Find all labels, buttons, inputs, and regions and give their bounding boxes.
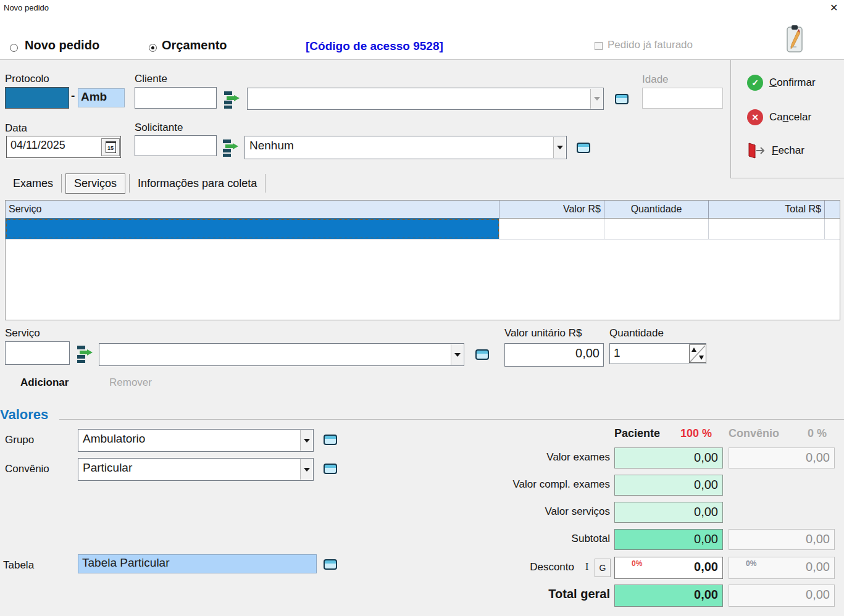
valor-exames-label: Valor exames	[546, 451, 610, 464]
window-title: Novo pedido	[4, 3, 49, 12]
convenio-dropdown-icon[interactable]	[300, 459, 312, 480]
subtotal-label: Subtotal	[572, 533, 610, 545]
cliente-code-field[interactable]	[135, 87, 217, 109]
col-valor[interactable]: Valor R$	[499, 201, 604, 218]
cell-valor[interactable]	[499, 219, 604, 239]
solicitante-dropdown-icon[interactable]	[553, 137, 566, 158]
desconto-paciente-pct: 0%	[632, 559, 642, 568]
access-code-text: [Código de acesso 9528]	[306, 40, 443, 53]
servicos-table[interactable]: Serviço Valor R$ Quantidade Total R$	[5, 200, 840, 320]
servico-combo[interactable]	[99, 343, 464, 366]
cell-quantidade[interactable]	[604, 219, 709, 239]
convenio-open-window-button[interactable]	[324, 464, 337, 474]
convenio-combo-value: Particular	[83, 461, 132, 474]
idade-field	[642, 88, 723, 109]
total-geral-paciente: 0,00	[614, 585, 723, 607]
solicitante-label: Solicitante	[135, 122, 183, 134]
novo-pedido-window: Novo pedido ✕ Novo pedido Orçamento [Cód…	[0, 0, 844, 616]
desconto-convenio: 0,00	[729, 557, 835, 579]
table-row[interactable]	[6, 219, 840, 239]
servico-picker-icon[interactable]	[77, 344, 93, 363]
protocolo-separator: -	[71, 89, 75, 102]
tab-informacoes-coleta[interactable]: Informações para coleta	[130, 177, 265, 190]
grupo-combo-value: Ambulatorio	[83, 432, 145, 445]
clipboard-pencil-icon[interactable]	[785, 25, 805, 53]
cancelar-label: Cancelar	[769, 111, 811, 123]
total-geral-convenio: 0,00	[729, 585, 835, 607]
x-circle-icon: ✕	[747, 109, 763, 125]
valor-unitario-field[interactable]: 0,00	[504, 343, 604, 367]
spinner-arrows-icon	[690, 345, 706, 362]
fechar-button[interactable]: Fechar	[747, 141, 840, 160]
grupo-open-window-button[interactable]	[324, 435, 337, 445]
tabela-open-window-button[interactable]	[324, 559, 337, 570]
quantidade-label: Quantidade	[609, 327, 664, 339]
cliente-label: Cliente	[135, 73, 167, 85]
confirmar-label: Confirmar	[769, 77, 816, 89]
tab-bar: Exames Serviços Informações para coleta	[5, 173, 265, 194]
protocolo-suffix-field[interactable]: Amb	[78, 88, 125, 107]
tab-exames[interactable]: Exames	[5, 177, 61, 190]
radio-novo-pedido[interactable]	[10, 44, 18, 52]
protocolo-field[interactable]	[5, 87, 69, 109]
valor-servicos-paciente: 0,00	[614, 502, 723, 523]
convenio-label: Convênio	[5, 463, 49, 475]
cancelar-button[interactable]: ✕ Cancelar	[747, 108, 840, 127]
solicitante-picker-icon[interactable]	[222, 138, 239, 157]
convenio-col-header: Convênio	[729, 427, 779, 440]
servico-dropdown-icon[interactable]	[451, 344, 463, 365]
cliente-picker-icon[interactable]	[224, 90, 240, 109]
convenio-pct: 0 %	[808, 427, 827, 440]
valor-exames-paciente: 0,00	[614, 447, 723, 468]
desconto-i-button[interactable]: I	[585, 561, 588, 572]
grupo-combo[interactable]: Ambulatorio	[78, 429, 314, 452]
tab-separator	[265, 174, 265, 193]
table-header: Serviço Valor R$ Quantidade Total R$	[6, 201, 840, 219]
col-servico[interactable]: Serviço	[6, 201, 499, 218]
tabela-field[interactable]: Tabela Particular	[78, 554, 317, 573]
subtotal-paciente: 0,00	[614, 529, 723, 550]
valor-compl-exames-label: Valor compl. exames	[513, 478, 610, 491]
confirmar-button[interactable]: ✓ Confirmar	[747, 73, 840, 92]
solicitante-open-window-button[interactable]	[577, 143, 590, 153]
servico-open-window-button[interactable]	[475, 349, 489, 360]
convenio-combo[interactable]: Particular	[78, 458, 314, 481]
calendar-button[interactable]: 15	[101, 138, 120, 156]
quantidade-spinner[interactable]	[689, 344, 706, 363]
paciente-pct: 100 %	[680, 427, 712, 440]
col-quantidade[interactable]: Quantidade	[604, 201, 709, 218]
cliente-combo[interactable]	[247, 88, 604, 110]
desconto-label: Desconto	[530, 561, 574, 573]
desconto-paciente[interactable]: 0,00	[614, 557, 723, 579]
subtotal-convenio: 0,00	[729, 529, 835, 550]
valores-divider	[59, 419, 844, 420]
solicitante-code-field[interactable]	[135, 135, 217, 156]
desconto-convenio-pct: 0%	[746, 559, 756, 568]
valores-title: Valores	[0, 407, 48, 423]
radio-orcamento[interactable]	[149, 44, 157, 52]
servico-code-field[interactable]	[5, 341, 70, 365]
valor-unitario-label: Valor unitário R$	[504, 327, 582, 339]
radio-novo-pedido-label[interactable]: Novo pedido	[25, 38, 99, 52]
desconto-g-button[interactable]: G	[595, 559, 611, 577]
cell-servico-selected[interactable]	[6, 219, 499, 239]
paciente-col-header: Paciente	[614, 427, 660, 440]
solicitante-combo[interactable]: Nenhum	[244, 136, 567, 159]
cliente-dropdown-icon[interactable]	[590, 89, 603, 109]
faturado-checkbox[interactable]	[595, 42, 603, 50]
valor-exames-convenio: 0,00	[729, 447, 835, 468]
radio-orcamento-label[interactable]: Orçamento	[162, 38, 227, 52]
col-total[interactable]: Total R$	[709, 201, 825, 218]
close-icon[interactable]: ✕	[830, 2, 838, 14]
cell-total[interactable]	[709, 219, 825, 239]
exit-door-icon	[747, 142, 766, 159]
adicionar-button[interactable]: Adicionar	[20, 377, 69, 389]
cliente-open-window-button[interactable]	[615, 94, 629, 104]
tabela-label: Tabela	[3, 559, 34, 572]
idade-label: Idade	[642, 73, 669, 86]
tab-servicos[interactable]: Serviços	[65, 173, 125, 194]
fechar-label: Fechar	[772, 144, 804, 157]
grupo-dropdown-icon[interactable]	[300, 430, 312, 451]
remover-button: Remover	[109, 377, 152, 389]
calendar-icon: 15	[106, 141, 116, 153]
